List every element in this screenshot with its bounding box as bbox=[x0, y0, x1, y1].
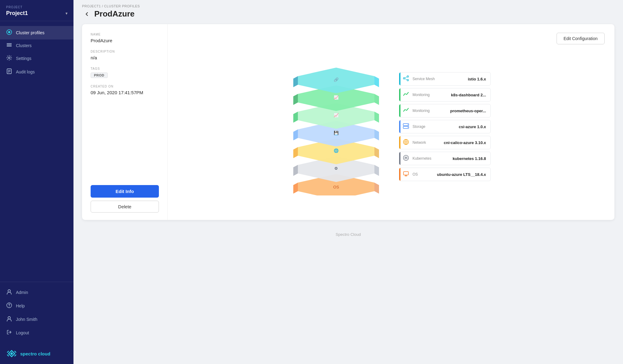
description-value: n/a bbox=[91, 55, 159, 60]
tags-field: TAGS PROD bbox=[91, 67, 159, 78]
info-actions: Edit Info Delete bbox=[91, 185, 159, 213]
help-icon bbox=[6, 303, 12, 309]
layer-name-network: cni-calico-azure 3.10.x bbox=[436, 140, 490, 145]
monitoring-1-icon bbox=[400, 91, 411, 98]
svg-point-5 bbox=[8, 57, 10, 58]
sidebar-item-help[interactable]: Help bbox=[0, 299, 73, 313]
sidebar-item-label: Help bbox=[16, 303, 25, 308]
back-button[interactable] bbox=[82, 11, 91, 17]
admin-icon bbox=[6, 289, 12, 296]
layer-name-storage: csi-azure 1.0.x bbox=[436, 124, 490, 129]
sidebar-item-john-smith[interactable]: John Smith bbox=[0, 313, 73, 326]
page-title: ProdAzure bbox=[94, 9, 134, 19]
svg-text:📈: 📈 bbox=[334, 113, 339, 118]
sidebar-item-cluster-profiles[interactable]: Cluster profiles bbox=[0, 26, 73, 39]
svg-rect-3 bbox=[7, 45, 12, 45]
svg-marker-36 bbox=[374, 94, 379, 105]
project-name[interactable]: Project1 ▾ bbox=[6, 10, 67, 17]
breadcrumb: PROJECT1 / CLUSTER PROFILES bbox=[82, 4, 614, 8]
logout-icon bbox=[6, 329, 12, 336]
sidebar-item-label: Clusters bbox=[16, 43, 32, 48]
footer: Spectro Cloud bbox=[73, 228, 623, 239]
layer-item-monitoring-2: Monitoring prometheus-oper... bbox=[399, 104, 491, 117]
layer-name-monitoring-2: prometheus-oper... bbox=[436, 109, 490, 113]
svg-text:🔗: 🔗 bbox=[334, 77, 339, 82]
svg-marker-19 bbox=[293, 165, 298, 176]
sidebar-item-audit-logs[interactable]: Audit logs bbox=[0, 65, 73, 79]
svg-point-42 bbox=[403, 78, 405, 79]
os-icon bbox=[400, 171, 411, 178]
layer-type-monitoring-1: Monitoring bbox=[411, 93, 436, 97]
sidebar: PROJECT Project1 ▾ Cluster profiles bbox=[0, 0, 73, 364]
svg-text:💾: 💾 bbox=[334, 130, 339, 136]
svg-marker-35 bbox=[293, 94, 298, 105]
sidebar-item-logout[interactable]: Logout bbox=[0, 326, 73, 340]
layer-name-monitoring-1: k8s-dashboard 2... bbox=[436, 93, 490, 97]
layer-type-network: Network bbox=[411, 140, 436, 145]
svg-marker-31 bbox=[293, 112, 298, 123]
svg-marker-20 bbox=[374, 165, 379, 176]
svg-marker-32 bbox=[374, 112, 379, 123]
user-icon bbox=[6, 316, 12, 323]
settings-icon bbox=[6, 55, 12, 62]
created-field: CREATED ON 09 Jun, 2020 17:41:57PM bbox=[91, 85, 159, 95]
svg-text:⚙: ⚙ bbox=[334, 166, 338, 171]
svg-marker-28 bbox=[374, 129, 379, 140]
edit-info-button[interactable]: Edit Info bbox=[91, 185, 159, 198]
kubernetes-icon bbox=[400, 155, 411, 162]
svg-point-44 bbox=[407, 80, 408, 81]
audit-logs-icon bbox=[6, 69, 12, 75]
name-label: NAME bbox=[91, 33, 159, 36]
description-label: DESCRIPTION bbox=[91, 50, 159, 53]
spectro-cloud-logo-icon bbox=[6, 348, 17, 359]
svg-marker-23 bbox=[293, 147, 298, 158]
svg-marker-24 bbox=[374, 147, 379, 158]
name-field: NAME ProdAzure bbox=[91, 33, 159, 43]
layer-type-os: OS bbox=[411, 172, 436, 176]
storage-icon bbox=[400, 123, 411, 130]
svg-text:📈: 📈 bbox=[334, 95, 339, 100]
delete-button[interactable]: Delete bbox=[91, 201, 159, 213]
layer-name-os: ubuntu-azure LTS__18.4.x bbox=[436, 172, 490, 177]
profile-card: NAME ProdAzure DESCRIPTION n/a TAGS PROD… bbox=[82, 24, 614, 220]
svg-line-46 bbox=[405, 79, 407, 80]
project-label: PROJECT bbox=[6, 6, 67, 9]
sidebar-logo: spectro cloud bbox=[0, 343, 73, 364]
svg-marker-16 bbox=[374, 183, 379, 194]
layer-name-service-mesh: istio 1.6.x bbox=[436, 77, 490, 81]
svg-point-1 bbox=[8, 31, 10, 33]
sidebar-item-admin[interactable]: Admin bbox=[0, 286, 73, 299]
main-content: PROJECT1 / CLUSTER PROFILES ProdAzure NA… bbox=[73, 0, 623, 364]
profile-info-panel: NAME ProdAzure DESCRIPTION n/a TAGS PROD… bbox=[82, 24, 168, 220]
sidebar-bottom: Admin Help John Smith bbox=[0, 282, 73, 343]
sidebar-item-clusters[interactable]: Clusters bbox=[0, 39, 73, 52]
svg-marker-39 bbox=[293, 76, 298, 87]
svg-rect-2 bbox=[7, 43, 12, 44]
network-icon bbox=[400, 139, 411, 146]
created-value: 09 Jun, 2020 17:41:57PM bbox=[91, 90, 159, 95]
svg-point-13 bbox=[8, 317, 10, 319]
svg-point-10 bbox=[8, 290, 10, 292]
tags-label: TAGS bbox=[91, 67, 159, 70]
svg-point-50 bbox=[407, 127, 408, 128]
layer-item-network: Network cni-calico-azure 3.10.x bbox=[399, 136, 491, 149]
sidebar-nav: Cluster profiles Clusters Settings bbox=[0, 21, 73, 282]
visual-area: OS ⚙ bbox=[178, 42, 605, 211]
logo-text: spectro cloud bbox=[20, 351, 50, 356]
layer-item-service-mesh: Service Mesh istio 1.6.x bbox=[399, 72, 491, 86]
page-title-row: ProdAzure bbox=[82, 9, 614, 19]
layer-type-kubernetes: Kubernetes bbox=[411, 156, 436, 161]
stack-svg: OS ⚙ bbox=[292, 58, 381, 195]
layer-item-monitoring-1: Monitoring k8s-dashboard 2... bbox=[399, 88, 491, 102]
sidebar-item-settings[interactable]: Settings bbox=[0, 52, 73, 65]
layer-type-storage: Storage bbox=[411, 124, 436, 129]
edit-configuration-button[interactable]: Edit Configuration bbox=[557, 33, 605, 44]
svg-line-45 bbox=[405, 77, 407, 78]
chevron-down-icon: ▾ bbox=[66, 11, 67, 16]
cluster-profiles-icon bbox=[6, 29, 12, 36]
svg-marker-27 bbox=[293, 129, 298, 140]
name-value: ProdAzure bbox=[91, 38, 159, 43]
sidebar-project: PROJECT Project1 ▾ bbox=[0, 0, 73, 21]
main-header: PROJECT1 / CLUSTER PROFILES ProdAzure bbox=[73, 0, 623, 24]
layer-item-kubernetes: Kubernetes kubernetes 1.16.8 bbox=[399, 152, 491, 165]
